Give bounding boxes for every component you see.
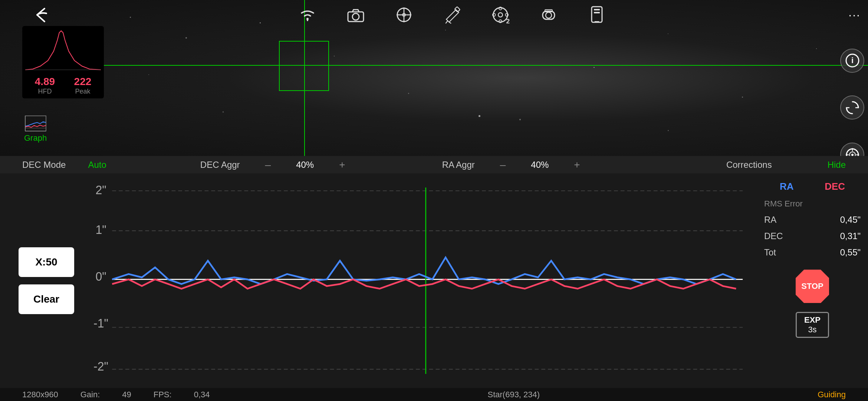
camera-icon[interactable] [346, 6, 365, 24]
star-coords: Star(693, 234) [487, 390, 540, 400]
hfd-values: 4.89 HFD 222 Peak [25, 74, 101, 95]
svg-text:i: i [851, 56, 853, 65]
svg-rect-24 [25, 116, 46, 131]
chart-area: X:50 Clear 2" 1" 0" -1" -2" [0, 173, 868, 388]
ra-aggr-plus[interactable]: + [571, 159, 583, 171]
stop-button[interactable]: STOP [796, 270, 829, 303]
svg-rect-22 [594, 12, 600, 13]
svg-line-9 [445, 21, 448, 23]
filter-wheel-icon[interactable]: 2 [491, 6, 510, 24]
ra-aggr-minus[interactable]: – [497, 159, 509, 171]
corrections-label: Corrections [726, 160, 772, 170]
stop-label: STOP [801, 281, 823, 291]
hide-button[interactable]: Hide [828, 160, 846, 170]
svg-point-0 [306, 18, 309, 20]
hfd-number: 4.89 [35, 76, 55, 88]
top-toolbar: 2 ··· [22, 0, 868, 30]
exp-button[interactable]: EXP 3s [796, 312, 829, 338]
controls-bar: DEC Mode Auto DEC Aggr – 40% + RA Aggr –… [0, 156, 868, 173]
telescope-icon[interactable] [443, 6, 461, 24]
x-button[interactable]: X:50 [19, 247, 74, 277]
ra-header: RA [780, 181, 794, 192]
gain-value: 49 [122, 390, 131, 400]
status-bar: 1280x960 Gain: 49 FPS: 0,34 Star(693, 23… [0, 388, 868, 401]
exp-label: EXP [804, 315, 821, 325]
resolution: 1280x960 [22, 390, 58, 400]
more-button[interactable]: ··· [848, 8, 861, 22]
tot-value: 0,55" [840, 247, 861, 258]
svg-text:2": 2" [95, 183, 106, 197]
peak-label: Peak [74, 88, 92, 95]
clear-button[interactable]: Clear [19, 284, 74, 314]
back-button[interactable] [30, 4, 56, 26]
svg-text:-2": -2" [93, 360, 108, 373]
ra-stat-label: RA [764, 215, 776, 225]
dec-aggr-minus[interactable]: – [262, 159, 274, 171]
dec-aggr-label: DEC Aggr [200, 160, 240, 170]
dec-stat-label: DEC [764, 231, 783, 241]
graph-button[interactable]: Graph [24, 115, 47, 143]
svg-point-18 [546, 12, 552, 18]
svg-point-11 [498, 13, 503, 17]
svg-text:2: 2 [506, 17, 510, 25]
dec-aggr-plus[interactable]: + [336, 159, 348, 171]
wifi-icon[interactable] [298, 6, 317, 24]
hfd-panel: 4.89 HFD 222 Peak [22, 26, 104, 98]
svg-text:1": 1" [95, 224, 106, 237]
focuser-icon[interactable] [539, 6, 558, 24]
dec-header: DEC [825, 181, 845, 192]
peak-number: 222 [74, 76, 92, 88]
storage-icon[interactable] [588, 6, 606, 24]
svg-text:-1": -1" [93, 317, 108, 330]
ra-aggr-value: 40% [531, 160, 549, 170]
exp-value: 3s [808, 325, 816, 335]
gain-label: Gain: [80, 390, 100, 400]
rms-error-label: RMS Error [764, 199, 861, 209]
svg-rect-21 [594, 9, 600, 10]
svg-rect-7 [454, 7, 460, 12]
left-controls: X:50 Clear [0, 177, 82, 384]
hfd-label: HFD [35, 88, 55, 95]
dec-stat-value: 0,31" [840, 231, 861, 241]
graph-label: Graph [24, 133, 47, 143]
svg-line-8 [449, 22, 451, 23]
svg-text:0": 0" [95, 270, 106, 283]
fps-label: FPS: [154, 390, 172, 400]
guiding-status: Guiding [818, 390, 846, 400]
svg-point-2 [352, 13, 359, 20]
sync-button[interactable] [840, 95, 864, 120]
fps-value: 0,34 [194, 390, 210, 400]
tot-label: Tot [764, 247, 776, 258]
ra-stat-value: 0,45" [840, 215, 861, 225]
ra-aggr-label: RA Aggr [442, 160, 475, 170]
dec-mode-value[interactable]: Auto [88, 160, 106, 170]
info-button[interactable]: i [840, 49, 864, 73]
toolbar-icons: 2 [298, 6, 606, 24]
svg-point-32 [851, 154, 854, 156]
right-stats: RA DEC RMS Error RA 0,45" DEC 0,31" Tot … [757, 177, 868, 384]
bottom-panel: DEC Mode Auto DEC Aggr – 40% + RA Aggr –… [0, 156, 868, 401]
crosshair-icon[interactable] [395, 6, 413, 24]
hfd-graph [25, 29, 101, 74]
target-rectangle [279, 41, 329, 91]
crosshair-horizontal [22, 65, 868, 66]
dec-mode-label: DEC Mode [22, 160, 66, 170]
chart-wrapper: 2" 1" 0" -1" -2" [82, 177, 757, 384]
dec-aggr-value: 40% [296, 160, 314, 170]
